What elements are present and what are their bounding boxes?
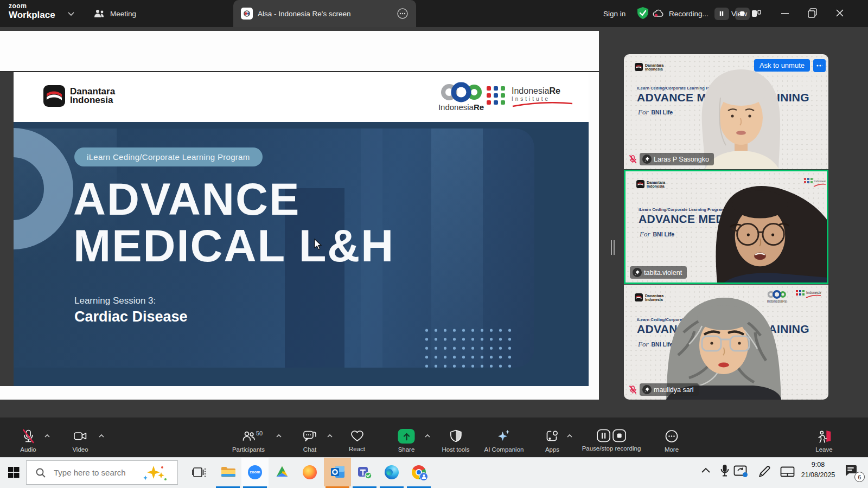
notification-count-badge: 6 — [854, 472, 865, 482]
pause-recording-button[interactable] — [714, 8, 729, 20]
chat-options-chevron[interactable] — [327, 434, 333, 438]
apps-options-chevron[interactable] — [566, 434, 573, 438]
firefox-icon — [303, 465, 317, 479]
chat-button[interactable]: Chat — [303, 429, 317, 453]
title-bar: zoom Workplace Meeting Alsa - Indonesia … — [0, 0, 868, 27]
pin-icon — [642, 385, 652, 394]
share-options-chevron[interactable] — [424, 434, 431, 438]
minimize-button[interactable] — [780, 11, 790, 16]
participants-options-chevron[interactable] — [276, 434, 282, 438]
ai-companion-button[interactable]: AI Companion — [484, 429, 524, 453]
slide-header-band: Danantara Indonesia IndonesiaRe — [14, 72, 589, 122]
participants-count-badge: 50 — [256, 430, 263, 436]
tray-touchpad-icon[interactable] — [780, 466, 795, 477]
audio-button[interactable]: Audio — [20, 429, 36, 453]
participants-icon — [241, 429, 256, 444]
heart-icon — [349, 429, 364, 443]
video-camera-icon — [73, 429, 88, 444]
taskbar-clock[interactable]: 9:08 21/08/2025 — [799, 460, 838, 481]
taskbar-zoom[interactable]: zoom — [241, 458, 269, 486]
pin-icon — [642, 155, 652, 164]
decorative-dot-grid — [422, 326, 512, 370]
tile-more-button[interactable] — [813, 59, 826, 72]
indonesiare-logo: IndonesiaRe — [431, 82, 491, 112]
view-button[interactable]: View — [731, 0, 762, 27]
name-label-maulidya: maulidya sari — [628, 383, 699, 396]
mouse-cursor — [314, 239, 324, 251]
participant-tile-tabita[interactable]: Danantara Indonesia Indonesia iLearn Ced… — [624, 170, 828, 284]
tray-pen-icon[interactable] — [757, 465, 771, 478]
share-button[interactable]: Share — [398, 429, 415, 453]
tab-shared-screen[interactable]: Alsa - Indonesia Re's screen — [233, 0, 416, 27]
indonesiare-institute-logo: IndonesiaRe Institute — [487, 86, 574, 107]
file-explorer-icon — [221, 466, 235, 478]
name-label-tabita: tabita.violent — [630, 266, 687, 279]
participant-video-maulidya — [624, 285, 828, 400]
taskbar-firefox[interactable] — [296, 458, 323, 486]
outlook-icon — [330, 465, 345, 479]
ai-sparkle-icon — [496, 429, 512, 444]
tray-microphone-icon[interactable] — [720, 464, 729, 477]
shield-icon — [449, 429, 463, 444]
taskbar-outlook[interactable] — [324, 458, 351, 486]
meeting-people-icon — [93, 9, 105, 18]
edge-icon — [385, 465, 399, 479]
notification-center-button[interactable]: 6 — [844, 464, 864, 481]
task-view-button[interactable] — [186, 458, 213, 486]
start-button[interactable] — [0, 458, 27, 486]
react-button[interactable]: React — [349, 429, 365, 452]
tray-expand-chevron[interactable] — [701, 467, 711, 474]
teams-icon — [357, 465, 372, 479]
security-shield-icon[interactable] — [636, 6, 650, 21]
taskbar-file-explorer[interactable] — [214, 458, 241, 486]
zoom-workplace-logo: zoom Workplace — [9, 3, 55, 20]
more-button[interactable]: More — [665, 429, 679, 453]
taskbar-search[interactable] — [26, 460, 178, 485]
pause-stop-recording-button[interactable]: Pause/stop recording — [582, 429, 641, 452]
more-ellipsis-icon — [665, 429, 679, 444]
taskbar-google-drive[interactable] — [269, 458, 296, 486]
sign-in-button[interactable]: Sign in — [603, 0, 626, 27]
close-window-button[interactable] — [834, 8, 845, 18]
video-button[interactable]: Video — [72, 429, 88, 453]
workspace-chevron-down-icon[interactable] — [67, 11, 75, 16]
video-panel-resize-handle[interactable] — [611, 240, 615, 255]
view-layout-icon — [751, 9, 762, 18]
taskbar-teams[interactable] — [351, 458, 378, 486]
muted-mic-icon — [628, 155, 637, 164]
program-pill: iLearn Ceding/Corporate Learning Program — [74, 147, 263, 166]
video-options-chevron[interactable] — [98, 434, 105, 438]
tray-cast-display-icon[interactable] — [733, 465, 749, 477]
session-label: Learning Session 3: — [74, 296, 156, 306]
windows-logo-icon — [8, 466, 20, 478]
tab-meeting[interactable]: Meeting — [93, 0, 136, 27]
shared-screen-background — [0, 31, 599, 71]
apps-button[interactable]: Apps — [545, 429, 560, 453]
leave-button[interactable]: Leave — [815, 429, 832, 453]
zoom-workplace-window: zoom Workplace Meeting Alsa - Indonesia … — [0, 0, 868, 488]
chrome-icon — [412, 465, 426, 479]
slide-body: iLearn Ceding/Corporate Learning Program… — [14, 122, 589, 386]
pin-icon — [633, 268, 642, 277]
ask-to-unmute-button[interactable]: Ask to unmute — [754, 59, 810, 72]
restore-window-button[interactable] — [807, 8, 818, 18]
viewer-left-edge — [0, 72, 14, 386]
audio-options-chevron[interactable] — [44, 434, 50, 438]
cloud-recording-icon — [652, 9, 665, 18]
pause-recording-icon — [597, 429, 611, 442]
mic-muted-icon — [21, 429, 35, 444]
task-view-icon — [192, 466, 206, 479]
taskbar-chrome[interactable] — [405, 458, 432, 486]
muted-mic-icon — [628, 385, 637, 394]
search-icon — [35, 467, 46, 478]
chrome-profile-badge — [419, 472, 428, 481]
copilot-sparkle-icon[interactable] — [142, 464, 170, 482]
participant-tile-laras[interactable]: Danantara Indonesia iLearn Ceding/Corpor… — [624, 54, 828, 169]
host-tools-button[interactable]: Host tools — [442, 429, 469, 453]
tab-more-ellipsis-icon[interactable] — [397, 8, 409, 20]
search-input[interactable] — [53, 467, 142, 478]
participant-tile-maulidya[interactable]: Danantara Indonesia IndonesiaRe Indonesi… — [624, 285, 828, 400]
meeting-toolbar — [0, 418, 868, 457]
taskbar-edge[interactable] — [378, 458, 405, 486]
name-label-laras: Laras P Sasongko — [628, 153, 714, 165]
